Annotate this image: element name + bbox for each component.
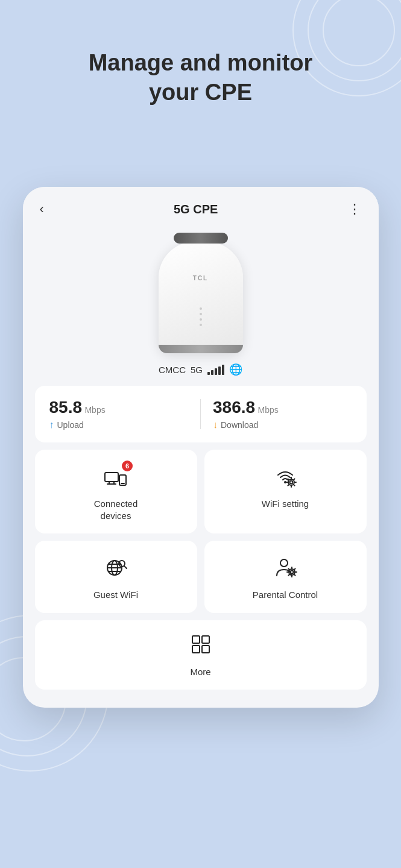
cpe-brand-label: TCL — [193, 275, 208, 281]
connected-devices-label: Connecteddevices — [94, 498, 138, 521]
hero-title: Manage and monitor your CPE — [0, 48, 401, 108]
more-icon — [189, 632, 213, 660]
download-section: 386.8 Mbps ↓ Download — [213, 398, 352, 430]
phone-header: ‹ 5G CPE ⋮ — [23, 187, 379, 227]
parental-control-card[interactable]: Parental Control — [204, 541, 367, 613]
svg-line-15 — [294, 479, 294, 479]
network-type: 5G — [191, 365, 203, 375]
device-area: TCL CMCC 5G 🌐 — [23, 227, 379, 386]
carrier-name: CMCC — [159, 365, 186, 375]
wifi-setting-label: WiFi setting — [262, 498, 309, 510]
globe-icon: 🌐 — [229, 363, 242, 376]
svg-line-33 — [294, 568, 295, 569]
svg-point-26 — [291, 571, 294, 574]
signal-icon — [207, 365, 224, 375]
more-card[interactable]: More — [35, 620, 367, 690]
parental-control-icon — [273, 555, 297, 583]
parental-control-label: Parental Control — [253, 589, 318, 601]
feature-grid: 6 Connecteddevices — [35, 450, 367, 690]
phone-frame: ‹ 5G CPE ⋮ TCL CMCC 5G — [23, 187, 379, 708]
menu-button[interactable]: ⋮ — [348, 201, 362, 217]
upload-value: 85.8 Mbps — [49, 398, 189, 417]
svg-rect-37 — [192, 646, 200, 653]
wifi-setting-card[interactable]: WiFi setting — [204, 450, 367, 533]
svg-line-14 — [294, 485, 294, 485]
svg-point-8 — [290, 481, 293, 484]
svg-rect-36 — [202, 636, 209, 643]
upload-section: 85.8 Mbps ↑ Upload — [49, 398, 189, 430]
download-label: ↓ Download — [213, 420, 352, 430]
cpe-top-ring — [174, 233, 228, 244]
speed-divider — [200, 399, 201, 429]
page-title: 5G CPE — [174, 203, 218, 216]
svg-rect-35 — [192, 636, 200, 643]
svg-line-13 — [288, 479, 288, 479]
download-arrow-icon: ↓ — [213, 420, 218, 430]
connected-devices-icon: 6 — [104, 464, 128, 492]
cpe-bottom-ring — [159, 345, 243, 353]
svg-line-32 — [294, 574, 295, 575]
wifi-setting-icon — [273, 464, 297, 492]
svg-rect-0 — [105, 473, 118, 482]
upload-arrow-icon: ↑ — [49, 420, 54, 430]
guest-wifi-card[interactable]: Guest WiFi — [35, 541, 197, 613]
connected-devices-card[interactable]: 6 Connecteddevices — [35, 450, 197, 533]
svg-rect-38 — [202, 646, 209, 653]
svg-point-24 — [280, 559, 288, 567]
guest-wifi-icon — [104, 555, 128, 583]
cpe-body: TCL — [159, 242, 243, 353]
svg-line-31 — [288, 568, 289, 569]
guest-wifi-label: Guest WiFi — [93, 589, 138, 601]
back-button[interactable]: ‹ — [40, 201, 44, 217]
svg-line-16 — [288, 485, 288, 485]
network-status-bar: CMCC 5G 🌐 — [159, 358, 242, 386]
download-value: 386.8 Mbps — [213, 398, 352, 417]
svg-line-34 — [288, 574, 289, 575]
more-label: More — [190, 666, 210, 678]
cpe-indicator-dots — [200, 307, 202, 326]
upload-label: ↑ Upload — [49, 420, 189, 430]
svg-line-23 — [124, 566, 127, 568]
speed-card: 85.8 Mbps ↑ Upload 386.8 Mbps ↓ Download — [35, 386, 367, 442]
cpe-device-image: TCL — [150, 233, 252, 353]
devices-badge: 6 — [122, 461, 133, 471]
